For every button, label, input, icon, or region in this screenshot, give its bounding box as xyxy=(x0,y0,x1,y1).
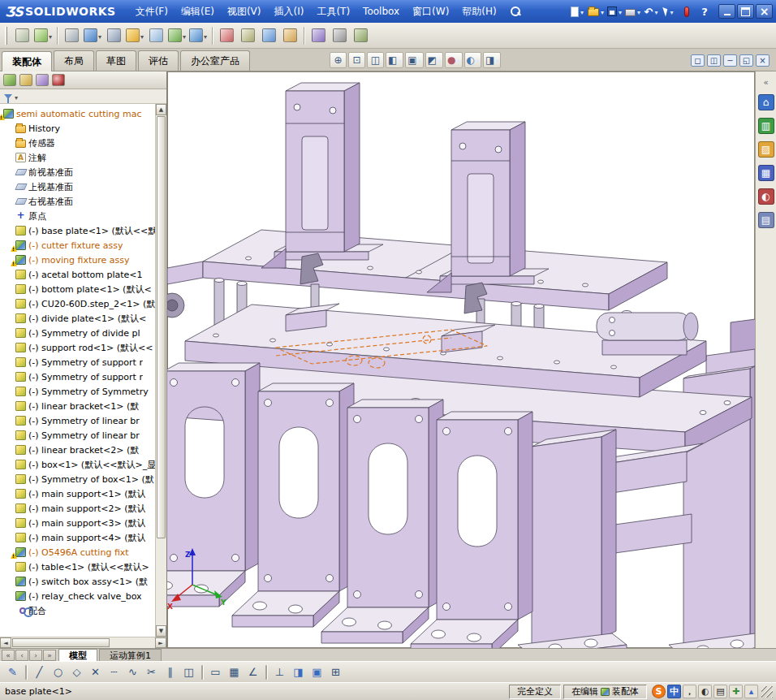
tree-item[interactable]: (-) box<1> (默认<<默认>_显 xyxy=(0,457,155,472)
sketch-button[interactable]: ✎ xyxy=(3,663,22,681)
save-button[interactable] xyxy=(606,2,623,20)
record-indicator[interactable] xyxy=(678,2,696,20)
tree-item[interactable]: (-) table<1> (默认<<默认> xyxy=(0,560,155,574)
bill-of-materials-button[interactable] xyxy=(237,25,258,46)
viewport-split-button[interactable]: ◫ xyxy=(707,54,721,67)
tree-item[interactable]: (-) Symmetry of divide pl xyxy=(0,326,155,340)
spline-button[interactable]: ∿ xyxy=(123,663,142,681)
filter-dropdown-icon[interactable] xyxy=(15,91,18,102)
feature-manager-tab[interactable] xyxy=(3,74,16,86)
open-button[interactable] xyxy=(586,2,606,20)
smart-fasteners-button[interactable] xyxy=(103,25,124,46)
line-button[interactable]: ╱ xyxy=(30,663,49,681)
commandmanager-tab[interactable]: 评估 xyxy=(138,50,179,71)
tree-item[interactable]: 右视基准面 xyxy=(0,194,155,209)
tree-item[interactable]: 前视基准面 xyxy=(0,165,155,179)
taskpane-view-palette-icon[interactable]: ▦ xyxy=(758,165,774,181)
property-manager-tab[interactable] xyxy=(19,74,32,86)
polygon-button[interactable]: ◇ xyxy=(67,663,86,681)
select-button[interactable] xyxy=(660,2,678,20)
toolbar-grip[interactable] xyxy=(5,27,7,45)
taskpane-collapse-icon[interactable] xyxy=(763,78,768,87)
tree-item[interactable]: (-) linear bracket<1> (默 xyxy=(0,399,155,413)
scroll-right-button[interactable]: ► xyxy=(155,637,166,648)
linear-sketch-pattern-button[interactable]: ▦ xyxy=(225,663,244,681)
doc-restore-button[interactable]: ◱ xyxy=(739,54,753,67)
tree-item[interactable]: (-) CU20-60D.step_2<1> (默认 xyxy=(0,296,155,311)
tree-item[interactable]: (-) main support<1> (默认 xyxy=(0,486,155,501)
tree-item[interactable]: (-) Symmetry of support r xyxy=(0,369,155,384)
keyboard-icon[interactable]: ▤ xyxy=(713,685,727,698)
view-orientation-button[interactable]: ◧ xyxy=(386,52,403,68)
tab-scroll-button[interactable]: › xyxy=(29,650,42,661)
commandmanager-tab[interactable]: 草图 xyxy=(96,50,136,71)
menu-item[interactable]: 窗口(W) xyxy=(406,2,455,22)
circle-button[interactable]: ○ xyxy=(49,663,67,681)
document-tab[interactable]: 模型 xyxy=(58,649,97,661)
menu-item[interactable]: 帮助(H) xyxy=(455,2,502,22)
viewport-single-button[interactable]: ◻ xyxy=(691,54,705,67)
resize-grip[interactable] xyxy=(761,686,773,698)
scrollbar-thumb[interactable] xyxy=(12,638,110,647)
show-hidden-components-button[interactable] xyxy=(145,25,166,46)
document-tab[interactable]: 运动算例1 xyxy=(99,649,162,661)
menu-item[interactable]: 文件(F) xyxy=(129,2,175,22)
sketch-tool-button[interactable] xyxy=(25,665,27,680)
reference-geometry-button[interactable] xyxy=(188,25,209,46)
assembly-features-button[interactable] xyxy=(166,25,188,46)
edit-component-button[interactable] xyxy=(11,25,32,46)
undo-button[interactable] xyxy=(642,2,660,20)
graphics-area[interactable]: Z X Y xyxy=(167,71,755,648)
mate-button[interactable] xyxy=(61,25,82,46)
section-view-button[interactable]: ◫ xyxy=(367,52,384,68)
tree-item[interactable]: (-) support rod<1> (默认<< xyxy=(0,340,155,355)
explode-line-sketch-button[interactable] xyxy=(279,25,300,46)
scroll-down-button[interactable]: ▼ xyxy=(156,625,166,637)
commandmanager-tab[interactable]: 布局 xyxy=(54,50,94,71)
print-button[interactable] xyxy=(623,2,642,20)
scrollbar-thumb[interactable] xyxy=(157,116,166,538)
apply-scene-button[interactable]: ◐ xyxy=(464,52,482,68)
sketch-tool-button[interactable] xyxy=(201,665,203,680)
new-document-button[interactable] xyxy=(568,2,586,20)
move-component-button[interactable] xyxy=(124,25,145,46)
shaded-button[interactable]: ▣ xyxy=(308,663,326,681)
tree-item[interactable]: semi automatic cutting mac xyxy=(0,106,155,121)
commandmanager-tab[interactable]: 办公室产品 xyxy=(180,50,250,71)
tree-item[interactable]: 注解 xyxy=(0,150,155,165)
centerline-button[interactable]: ┄ xyxy=(105,663,123,681)
configuration-manager-tab[interactable] xyxy=(36,74,49,86)
tree-item[interactable]: 原点 xyxy=(0,209,155,223)
punctuation-icon[interactable]: ， xyxy=(683,685,696,698)
language-bar-expand-icon[interactable]: ▴ xyxy=(744,685,758,698)
zoom-to-area-button[interactable]: ⊡ xyxy=(348,52,365,68)
tree-item[interactable]: (-) relay_check valve_box xyxy=(0,589,155,603)
tree-item[interactable]: (-) O5496A cutting fixt xyxy=(0,545,155,560)
tree-item[interactable]: (-) cutter fixture assy xyxy=(0,238,155,253)
tree-item[interactable]: (-) Symmetry of box<1> (默 xyxy=(0,472,155,486)
toolbar-button[interactable] xyxy=(212,27,213,45)
view-settings-button[interactable]: ◨ xyxy=(483,52,501,68)
tree-item[interactable]: (-) bottom plate<1> (默认< xyxy=(0,282,155,296)
close-button[interactable] xyxy=(756,4,773,19)
tab-scroll-button[interactable]: » xyxy=(43,650,56,661)
tree-item[interactable]: 上视基准面 xyxy=(0,179,155,194)
menu-item[interactable]: 插入(I) xyxy=(267,2,310,22)
tree-item[interactable]: 传感器 xyxy=(0,136,155,150)
tree-item[interactable]: (-) Symmetry of Symmetry xyxy=(0,384,155,399)
mirror-entities-button[interactable]: ◫ xyxy=(179,663,198,681)
menu-item[interactable]: Toolbox xyxy=(356,2,406,20)
offset-entities-button[interactable]: ∥ xyxy=(161,663,179,681)
trim-entities-button[interactable]: ✂ xyxy=(142,663,161,681)
doc-close-button[interactable]: × xyxy=(756,54,770,67)
tree-item[interactable]: (-) moving fixture assy xyxy=(0,253,155,267)
tree-item[interactable]: (-) switch box assy<1> (默 xyxy=(0,574,155,589)
edit-appearance-button[interactable]: ● xyxy=(445,52,463,68)
tree-item[interactable]: (-) main support<2> (默认 xyxy=(0,501,155,516)
tree-item[interactable]: (-) linear bracket<2> (默 xyxy=(0,443,155,457)
tab-scroll-button[interactable]: « xyxy=(2,650,15,661)
tree-item[interactable]: History xyxy=(0,121,155,136)
tree-item[interactable]: (-) Symmetry of linear br xyxy=(0,428,155,443)
linear-component-pattern-button[interactable] xyxy=(82,25,103,46)
insert-component-button[interactable] xyxy=(32,25,54,46)
